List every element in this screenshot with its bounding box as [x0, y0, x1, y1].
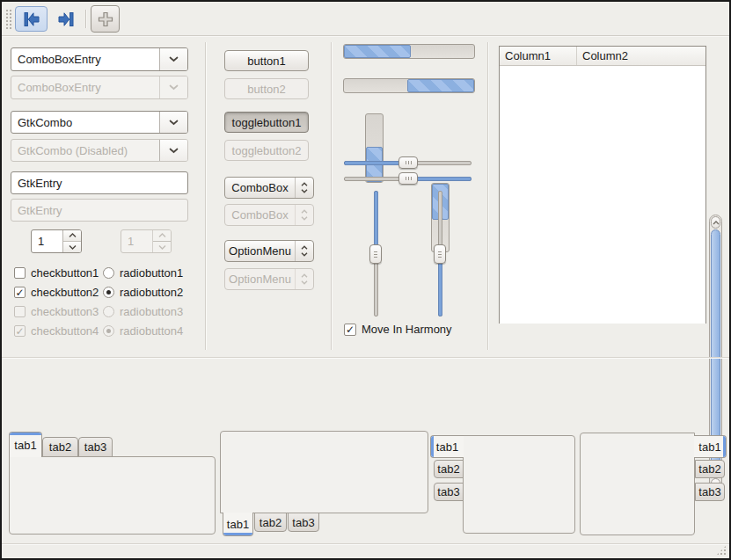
- notebook-right-tab1[interactable]: tab1: [694, 435, 727, 458]
- radiobutton4: radiobutton4: [103, 324, 183, 338]
- radiobutton1[interactable]: radiobutton1: [103, 266, 183, 280]
- tab-label: tab1: [436, 440, 458, 454]
- column-header-column2[interactable]: Column2: [577, 47, 705, 65]
- progressbar-horizontal-left: [343, 44, 475, 59]
- column-header-column1[interactable]: Column1: [500, 47, 577, 65]
- checkbutton2-label: checkbutton2: [31, 286, 99, 299]
- tab-label: tab2: [49, 440, 71, 454]
- hscale-fill-left[interactable]: [344, 156, 471, 169]
- column-separator: [331, 42, 332, 350]
- tab-label: tab3: [84, 440, 106, 454]
- go-first-button[interactable]: [15, 6, 48, 32]
- checkbutton2[interactable]: ✓checkbutton2: [14, 286, 103, 299]
- move-in-harmony-checkbutton[interactable]: ✓ Move In Harmony: [344, 323, 452, 336]
- notebook-top-content: [9, 456, 216, 535]
- tab-label: tab1: [698, 440, 720, 454]
- tab-label: tab1: [227, 518, 249, 531]
- notebook-left-tab2[interactable]: tab2: [434, 460, 464, 478]
- notebook-right-tab3[interactable]: tab3: [695, 483, 725, 501]
- optionmenu-button[interactable]: OptionMenu: [224, 240, 314, 262]
- notebook-right-tab2[interactable]: tab2: [695, 460, 725, 478]
- combobox-button[interactable]: ComboBox: [224, 177, 314, 199]
- notebook-bottom-tab2[interactable]: tab2: [254, 513, 287, 532]
- treeview-header: Column1 Column2: [500, 47, 705, 66]
- scale-slider-handle[interactable]: [398, 156, 418, 169]
- notebook-bottom-tab1[interactable]: tab1: [223, 513, 253, 536]
- toolbar-grip-handle[interactable]: [5, 9, 13, 30]
- spin-down-button[interactable]: [63, 241, 81, 252]
- scale-slider-handle[interactable]: [369, 244, 382, 264]
- gtkcombo-dropdown-button[interactable]: [159, 112, 187, 133]
- progress-fill: [344, 45, 411, 58]
- notebook-top-tab1[interactable]: tab1: [9, 432, 42, 457]
- spinbutton-input[interactable]: [32, 230, 62, 252]
- button1[interactable]: button1: [224, 50, 309, 71]
- chevron-down-icon: [158, 244, 166, 250]
- notebook-left-tab1[interactable]: tab1: [430, 435, 464, 458]
- radio-selected-icon: [103, 287, 114, 298]
- spinbutton: [31, 229, 82, 253]
- comboboxentry-disabled-input: [11, 76, 159, 98]
- scroll-up-button[interactable]: [711, 216, 720, 229]
- togglebutton1[interactable]: togglebutton1: [224, 112, 309, 133]
- comboboxentry-disabled: [11, 76, 188, 99]
- chevron-down-icon: [169, 120, 179, 126]
- column1-label: Column1: [505, 49, 551, 62]
- button2-disabled: button2: [224, 78, 309, 99]
- toolbar-divider: [2, 35, 729, 36]
- radio-selected-icon: [103, 325, 114, 337]
- tab-label: tab1: [14, 439, 36, 452]
- notebook-bottom-tab3[interactable]: tab3: [288, 513, 319, 532]
- checkbox-checked-icon: ✓: [14, 287, 26, 298]
- scale-slider-handle[interactable]: [398, 172, 418, 185]
- scale-slider-handle[interactable]: [434, 244, 446, 264]
- chevrons-up-down-icon: [295, 269, 313, 289]
- spinbutton-steppers: [62, 230, 81, 252]
- radiobutton2[interactable]: radiobutton2: [103, 286, 183, 299]
- chevron-up-icon: [713, 221, 720, 225]
- checkbutton4-label: checkbutton4: [31, 324, 99, 338]
- progressbar-horizontal-right: [343, 78, 475, 93]
- vscale-fill-top[interactable]: [369, 191, 382, 316]
- chevron-up-icon: [69, 233, 77, 238]
- comboboxentry-input[interactable]: [11, 48, 159, 70]
- notebook-top-tab2[interactable]: tab2: [42, 437, 78, 457]
- comboboxentry-dropdown-button[interactable]: [159, 48, 187, 70]
- spin-down-button: [153, 241, 171, 252]
- resize-grip[interactable]: [716, 545, 727, 556]
- chevron-down-icon: [169, 56, 179, 62]
- spin-up-button[interactable]: [63, 230, 81, 241]
- radiobutton1-label: radiobutton1: [120, 266, 183, 280]
- optionmenu-label: OptionMenu: [225, 244, 295, 258]
- treeview-body[interactable]: [500, 66, 705, 324]
- notebook-right-content: [580, 433, 695, 535]
- checkbox-icon: [14, 306, 26, 317]
- combobox-label: ComboBox: [225, 181, 295, 194]
- radio-icon: [103, 267, 114, 279]
- add-button[interactable]: [91, 5, 120, 33]
- radiobutton4-label: radiobutton4: [120, 324, 183, 338]
- progress-fill: [407, 79, 474, 92]
- go-first-icon: [21, 9, 42, 30]
- radio-icon: [103, 306, 114, 317]
- vscale-fill-bottom[interactable]: [434, 191, 446, 316]
- column2-label: Column2: [582, 49, 628, 62]
- notebook-bottom-content: [220, 431, 428, 513]
- checkbox-checked-icon: ✓: [344, 324, 356, 336]
- gtkentry-input[interactable]: [11, 172, 187, 193]
- checkbutton1-label: checkbutton1: [31, 266, 99, 280]
- gtkcombo-input[interactable]: [11, 112, 159, 133]
- checkbutton1[interactable]: checkbutton1: [14, 266, 103, 280]
- hscale-fill-right[interactable]: [344, 172, 471, 185]
- notebook-left-tab3[interactable]: tab3: [434, 483, 464, 501]
- togglebutton2-disabled: togglebutton2: [224, 140, 309, 161]
- widget-factory-window: checkbutton1 radiobutton1 ✓checkbutton2 …: [0, 0, 731, 560]
- chevrons-up-down-icon: [295, 178, 313, 198]
- go-last-button[interactable]: [49, 6, 82, 32]
- spin-up-button: [153, 230, 171, 241]
- notebook-top-tab3[interactable]: tab3: [78, 437, 113, 457]
- gtkcombo-disabled-dropdown-button[interactable]: [159, 140, 187, 161]
- tab-label: tab3: [437, 485, 459, 498]
- column-separator: [487, 42, 488, 350]
- tab-label: tab2: [260, 516, 281, 529]
